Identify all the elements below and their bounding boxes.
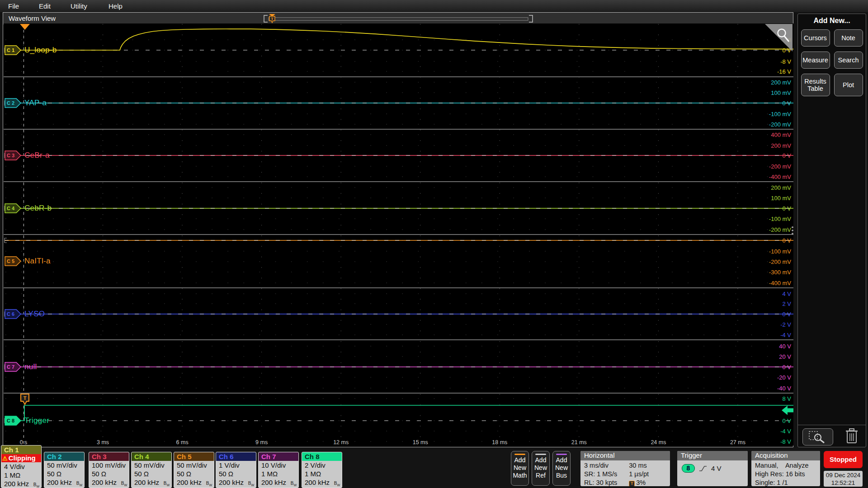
horizontal-record-length: RL: 30 kpts <box>584 479 629 486</box>
waveform-view-header: Waveform View T <box>3 13 793 24</box>
pan-track[interactable] <box>269 18 528 20</box>
channel-setting-line: 1 MΩ <box>302 469 342 478</box>
add-button-label: Add New Math <box>511 456 528 479</box>
horizontal-sample-rate: SR: 1 MS/s <box>584 470 629 478</box>
trigger-panel[interactable]: Trigger 8 4 V <box>677 451 748 486</box>
channel-settings-badge-ch1[interactable]: Ch 1⚠Clipping4 V/div1 MΩ200 kHzBW <box>1 445 42 488</box>
channel-setting-line: 100 mV/div <box>89 461 129 469</box>
scale-label: -20 V <box>777 374 791 381</box>
menu-item-help[interactable]: Help <box>108 0 123 12</box>
rising-edge-icon <box>699 465 707 472</box>
scale-label: 8 V <box>782 395 791 402</box>
channel-settings-badge-ch6[interactable]: Ch 61 V/div50 Ω200 kHzBW <box>216 452 256 488</box>
channel-setting-line: 1 MΩ <box>259 469 298 478</box>
time-label: 27 ms <box>730 439 745 446</box>
time-label: 9 ms <box>255 439 268 446</box>
zoom-box-button[interactable] <box>802 428 833 446</box>
time-label: 12 ms <box>333 439 349 446</box>
menu-item-edit[interactable]: Edit <box>39 0 51 12</box>
bottom-bar: Horizontal 3 ms/div 30 ms SR: 1 MS/s 1 µ… <box>0 447 868 488</box>
scale-label: -200 mV <box>769 226 791 233</box>
waveform-view-title: Waveform View <box>9 13 56 24</box>
trigger-panel-title: Trigger <box>677 451 748 460</box>
bandwidth-limit-icon: BW <box>164 479 170 488</box>
bandwidth-limit-icon: BW <box>33 480 39 488</box>
add-new-title: Add New... <box>798 17 866 25</box>
horizontal-pan-widget[interactable]: T <box>263 14 534 23</box>
note-button[interactable]: Note <box>834 29 863 47</box>
scale-label: 200 mV <box>771 79 791 86</box>
add-new-math-button[interactable]: Add New Math <box>511 451 529 486</box>
scale-label: -300 mV <box>769 269 791 276</box>
trigger-position-icon: T <box>629 481 635 486</box>
horizontal-panel[interactable]: Horizontal 3 ms/div 30 ms SR: 1 MS/s 1 µ… <box>580 451 670 486</box>
channel-setting-line: 200 kHzBW <box>89 478 129 488</box>
clipping-warning: ⚠Clipping <box>1 454 41 462</box>
menu-item-utility[interactable]: Utility <box>71 0 87 12</box>
panel-drag-handle-dot[interactable] <box>792 233 793 235</box>
trash-button[interactable] <box>845 427 859 445</box>
panel-drag-handle-dot[interactable] <box>792 230 793 231</box>
scale-label: -200 mV <box>769 121 791 128</box>
scale-label: 200 mV <box>771 142 791 149</box>
trigger-level-value: 4 V <box>711 465 722 472</box>
time-label: 21 ms <box>571 439 587 446</box>
scale-label: -100 mV <box>769 111 791 117</box>
channel-setting-line: 200 kHzBW <box>174 478 214 488</box>
scale-label: 0 V <box>782 418 791 424</box>
scale-label: -40 V <box>777 385 791 392</box>
add-new-ref-button[interactable]: Add New Ref <box>532 451 550 486</box>
channel-settings-title-ch1: Ch 1 <box>1 446 41 454</box>
add-button-accent <box>556 454 567 455</box>
scale-label: -4 V <box>780 428 791 435</box>
scale-label: -4 V <box>780 332 791 338</box>
pan-right-bracket[interactable] <box>529 15 533 22</box>
trace-c1 <box>5 29 793 50</box>
scale-label: 0 V <box>782 100 791 107</box>
channel-setting-line: 50 Ω <box>216 469 256 478</box>
acquisition-panel[interactable]: Acquisition Manual, Analyze High Res: 16… <box>751 451 820 486</box>
trigger-level-arrow[interactable] <box>782 406 793 415</box>
channel-setting-line: 200 kHzBW <box>1 479 41 488</box>
scale-label: 200 mV <box>771 184 791 191</box>
scale-label: -200 mV <box>769 258 791 265</box>
acquisition-count: Single: 1 /1 <box>751 479 820 486</box>
scale-label: 20 V <box>779 353 791 360</box>
plot-button[interactable]: Plot <box>834 74 863 96</box>
panel-drag-handle-dot[interactable] <box>792 226 793 228</box>
channel-setting-line: 10 V/div <box>259 461 298 469</box>
scale-label: -100 mV <box>769 248 791 255</box>
trigger-position-marker[interactable] <box>20 24 30 30</box>
scale-label: -2 V <box>780 321 791 328</box>
channel-setting-line: 50 mV/div <box>44 461 84 469</box>
add-button-accent <box>535 454 546 455</box>
results-table-button[interactable]: Results Table <box>801 74 830 96</box>
channel-settings-badge-ch8[interactable]: Ch 82 V/div1 MΩ200 kHzBW <box>302 452 342 488</box>
channel-settings-title-ch6: Ch 6 <box>216 452 256 461</box>
channel-setting-line: 200 kHzBW <box>302 478 342 488</box>
channel-settings-badge-ch5[interactable]: Ch 550 mV/div50 Ω200 kHzBW <box>174 452 214 488</box>
cursors-button[interactable]: Cursors <box>801 29 830 47</box>
channel-setting-line: 50 mV/div <box>174 461 214 469</box>
trigger-position-value: 3% <box>636 479 646 486</box>
channel-settings-badge-ch3[interactable]: Ch 3100 mV/div50 Ω200 kHzBW <box>89 452 129 488</box>
acquisition-mode: Manual, Analyze <box>751 461 820 470</box>
channel-setting-line: 50 mV/div <box>132 461 171 469</box>
channel-setting-line: 200 kHzBW <box>216 478 256 488</box>
trash-icon <box>845 427 859 445</box>
channel-settings-badge-ch7[interactable]: Ch 710 V/div1 MΩ200 kHzBW <box>258 452 299 488</box>
run-stop-status-button[interactable]: Stopped <box>824 451 863 468</box>
scale-label: 4 V <box>782 291 791 297</box>
add-button-label: Add New Ref <box>532 456 549 479</box>
acquisition-panel-body: Manual, Analyze High Res: 16 bits Single… <box>751 460 820 486</box>
search-button[interactable]: Search <box>834 52 863 69</box>
zoom-box-icon <box>803 429 832 444</box>
channel-settings-badge-ch4[interactable]: Ch 450 mV/div50 Ω200 kHzBW <box>131 452 172 488</box>
add-button-label: Add New Bus <box>553 456 570 479</box>
menu-item-file[interactable]: File <box>8 0 19 12</box>
plot-area[interactable]: 80 V-8 V-16 V200 mV100 mV0 V-100 mV-200 … <box>4 23 793 446</box>
add-new-bus-button[interactable]: Add New Bus <box>552 451 571 486</box>
pan-left-bracket[interactable] <box>264 15 268 22</box>
channel-settings-badge-ch2[interactable]: Ch 250 mV/div50 Ω200 kHzBW <box>44 452 85 488</box>
measure-button[interactable]: Measure <box>801 52 830 69</box>
